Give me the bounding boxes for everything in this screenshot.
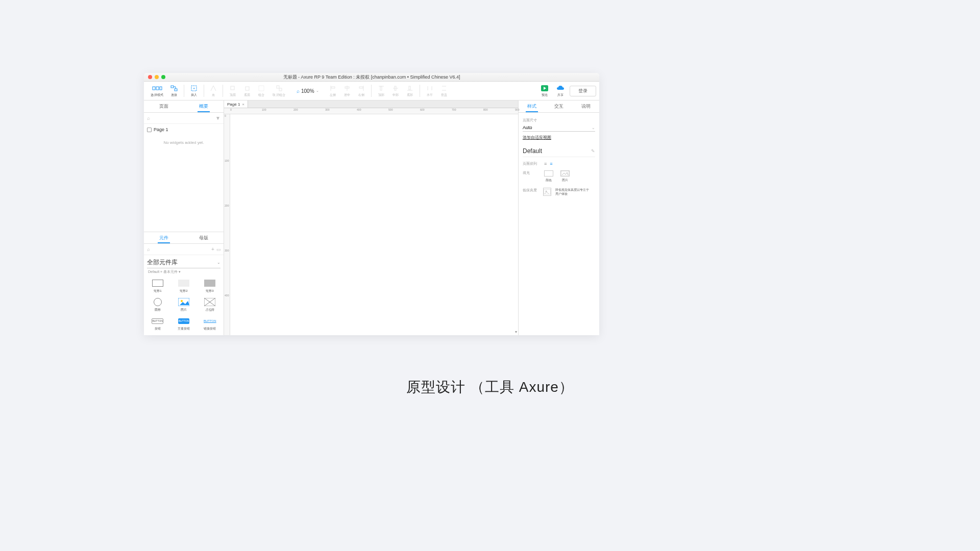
- zoom-icon: ⌕: [297, 88, 300, 94]
- page-align-center-icon[interactable]: ≡: [550, 161, 552, 166]
- svg-rect-0: [153, 87, 155, 90]
- align-middle-button[interactable]: 中部: [389, 84, 402, 98]
- widget-rect2[interactable]: 矩形2: [171, 278, 196, 295]
- tab-outline[interactable]: 概要: [184, 101, 224, 112]
- align-center-button[interactable]: 居中: [340, 84, 354, 98]
- svg-rect-9: [259, 86, 264, 91]
- right-sidebar: 样式 交互 说明 页面尺寸 Auto⌄ 添加自适应视图 Default ✎ 页面…: [518, 101, 599, 335]
- svg-rect-7: [231, 86, 234, 90]
- widget-rect1[interactable]: 矩形1: [145, 278, 170, 295]
- svg-rect-1: [156, 87, 159, 90]
- login-button[interactable]: 登录: [570, 86, 596, 96]
- svg-rect-4: [175, 89, 177, 91]
- lofi-toggle[interactable]: [543, 188, 551, 196]
- left-sidebar: 页面 概要 ⌕ ▼ Page 1 No widgets added yet. 元…: [144, 101, 224, 335]
- align-bottom-button[interactable]: 底部: [403, 84, 416, 98]
- widget-link-button[interactable]: BUTTON链接按钮: [198, 315, 223, 333]
- slide-caption: 原型设计 （工具 Axure）: [0, 378, 980, 397]
- svg-rect-2: [160, 87, 162, 90]
- group-button[interactable]: 组合: [255, 84, 268, 98]
- svg-rect-34: [561, 171, 569, 176]
- canvas[interactable]: ▾: [230, 114, 518, 335]
- adaptive-views-link[interactable]: 添加自适应视图: [523, 135, 551, 140]
- window-title: 无标题 - Axure RP 9 Team Edition : 未授权 [cha…: [144, 74, 599, 81]
- align-top-button[interactable]: 顶部: [375, 84, 388, 98]
- outline-search-input[interactable]: [152, 116, 213, 121]
- svg-point-30: [181, 300, 183, 302]
- svg-rect-8: [246, 87, 249, 90]
- svg-rect-19: [380, 87, 382, 90]
- toolbar: 选择模式 连接 + 插入 点 顶层 底层 组合 取消组合 ⌕ 100% ⌄ 左侧…: [144, 82, 599, 101]
- widget-image[interactable]: 图片: [171, 296, 196, 314]
- svg-rect-10: [277, 86, 279, 88]
- fill-image-option[interactable]: 图片: [560, 170, 570, 183]
- svg-rect-23: [409, 86, 410, 90]
- preview-button[interactable]: 预览: [538, 84, 551, 98]
- zoom-control[interactable]: ⌕ 100% ⌄: [297, 88, 319, 94]
- fill-color-option[interactable]: 颜色: [544, 170, 553, 183]
- add-library-icon[interactable]: +: [211, 246, 214, 252]
- tab-pages[interactable]: 页面: [144, 101, 184, 112]
- page-dim-label: 页面尺寸: [523, 118, 595, 123]
- library-select[interactable]: 全部元件库⌄: [147, 257, 220, 268]
- canvas-area: Page 1 × 0100200300400500600700800900 01…: [224, 101, 518, 335]
- canvas-tab[interactable]: Page 1 ×: [224, 101, 248, 108]
- app-window: 无标题 - Axure RP 9 Team Edition : 未授权 [cha…: [144, 73, 599, 335]
- tab-interactions[interactable]: 交互: [546, 101, 573, 112]
- tab-widgets[interactable]: 元件: [144, 232, 184, 243]
- insert-button[interactable]: + 插入: [187, 84, 201, 98]
- share-button[interactable]: 共享: [553, 84, 568, 98]
- widget-rect3[interactable]: 矩形3: [198, 278, 223, 295]
- widget-primary-button[interactable]: BUTTON主要按钮: [171, 315, 196, 333]
- page-align-left-icon[interactable]: ≡: [544, 161, 547, 166]
- search-icon: ⌕: [147, 246, 150, 252]
- page-icon: [147, 128, 152, 132]
- titlebar: 无标题 - Axure RP 9 Team Edition : 未授权 [cha…: [144, 73, 599, 82]
- svg-text:+: +: [193, 86, 195, 91]
- tab-style[interactable]: 样式: [519, 101, 546, 112]
- search-icon: ⌕: [147, 115, 150, 121]
- edit-style-icon[interactable]: ✎: [591, 148, 595, 154]
- tab-masters[interactable]: 母版: [184, 232, 224, 243]
- send-back-button[interactable]: 底层: [240, 84, 254, 98]
- distribute-h-button[interactable]: 水平: [423, 84, 436, 98]
- widget-ellipse[interactable]: 圆形: [145, 296, 170, 314]
- library-options-icon[interactable]: ▭: [216, 247, 221, 252]
- svg-rect-3: [171, 86, 174, 88]
- filter-icon[interactable]: ▼: [215, 115, 220, 121]
- widgets-search-input[interactable]: [152, 247, 209, 252]
- align-left-button[interactable]: 左侧: [326, 84, 339, 98]
- tab-notes[interactable]: 说明: [572, 101, 599, 112]
- widget-button[interactable]: BUTTON按钮: [145, 315, 170, 333]
- ungroup-button[interactable]: 取消组合: [269, 84, 289, 98]
- close-tab-icon[interactable]: ×: [242, 102, 244, 107]
- select-mode-button[interactable]: 选择模式: [147, 84, 167, 98]
- page-dim-select[interactable]: Auto⌄: [523, 124, 595, 132]
- outline-page-item[interactable]: Page 1: [147, 126, 220, 133]
- svg-rect-17: [359, 87, 363, 88]
- horizontal-ruler: 0100200300400500600700800900: [224, 108, 518, 114]
- align-right-button[interactable]: 右侧: [355, 84, 368, 98]
- cloud-icon: [556, 85, 565, 92]
- library-hint: Default » 基本元件 ▾: [144, 268, 224, 276]
- chevron-down-icon[interactable]: ▾: [515, 330, 517, 334]
- lofi-description: 降低视觉保真度以专注于用户体验: [555, 188, 589, 195]
- style-name: Default: [523, 147, 542, 155]
- svg-rect-13: [331, 87, 335, 88]
- no-widgets-message: No widgets added yet.: [147, 140, 220, 145]
- distribute-v-button[interactable]: 垂直: [437, 84, 451, 98]
- vertical-ruler: 0100200300400500: [224, 114, 230, 335]
- svg-rect-11: [279, 88, 282, 91]
- bring-front-button[interactable]: 顶层: [226, 84, 239, 98]
- widget-placeholder[interactable]: 占位符: [198, 296, 223, 314]
- connect-button[interactable]: 连接: [167, 84, 181, 98]
- point-button[interactable]: 点: [207, 84, 219, 98]
